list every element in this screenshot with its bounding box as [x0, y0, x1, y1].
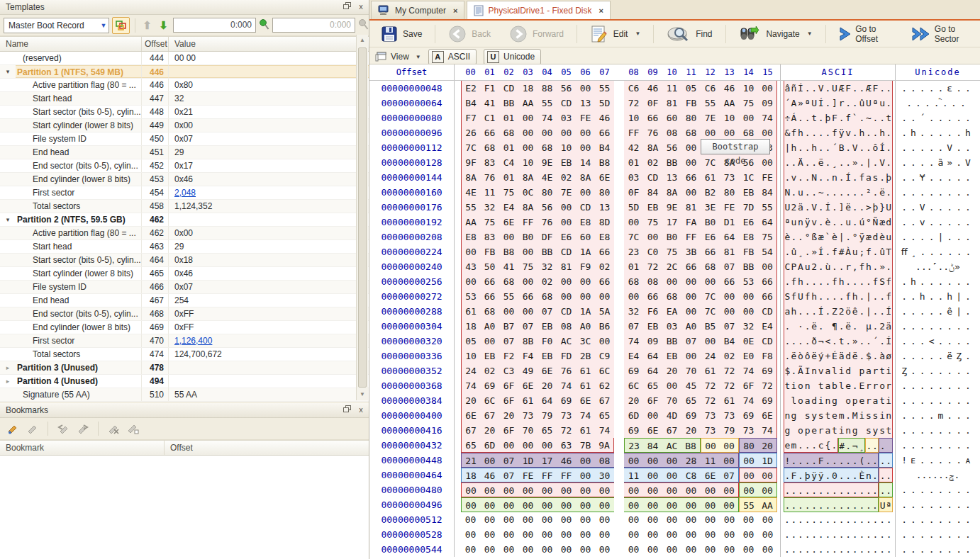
hex-byte[interactable]: EB	[538, 319, 557, 334]
hex-byte[interactable]: B5	[701, 319, 720, 334]
hex-byte[interactable]: 68	[480, 140, 499, 155]
hex-byte[interactable]: 69	[758, 363, 777, 378]
ascii-char[interactable]: h	[859, 125, 866, 140]
hex-byte[interactable]: E6	[739, 215, 758, 230]
ascii-char[interactable]: .	[791, 482, 798, 497]
ascii-char[interactable]: Z	[831, 304, 838, 319]
hex-byte[interactable]: 01	[499, 111, 518, 125]
hex-byte[interactable]: 80	[595, 185, 614, 200]
hex-byte[interactable]: 00	[720, 497, 739, 512]
ascii-char[interactable]: .	[872, 497, 879, 512]
hex-byte[interactable]: 55	[758, 200, 777, 215]
ascii-char[interactable]: {	[825, 438, 832, 453]
ascii-char[interactable]: .	[838, 185, 845, 200]
ascii-char[interactable]: r	[865, 378, 872, 393]
hex-byte[interactable]: 76	[557, 363, 576, 378]
hex-byte[interactable]: 61	[701, 363, 720, 378]
ascii-char[interactable]: F	[818, 453, 825, 468]
template-offset-input-2[interactable]: 0:000	[272, 18, 355, 33]
ascii-char[interactable]: .	[845, 334, 852, 349]
ascii-char[interactable]	[784, 393, 791, 408]
ascii-char[interactable]: |	[865, 289, 872, 304]
hex-byte[interactable]: 74	[576, 408, 595, 423]
ascii-char[interactable]	[811, 378, 818, 393]
hex-byte[interactable]: C9	[595, 349, 614, 363]
ascii-char[interactable]: .	[811, 542, 818, 557]
hex-byte[interactable]: 9E	[538, 155, 557, 170]
hex-byte[interactable]: 00	[624, 215, 643, 230]
ascii-char[interactable]: .	[831, 527, 838, 542]
ascii-char[interactable]: o	[797, 393, 804, 408]
ascii-char[interactable]: i	[859, 408, 866, 423]
hex-byte[interactable]: 10	[720, 111, 739, 125]
ascii-char[interactable]: .	[845, 453, 852, 468]
ascii-char[interactable]: .	[831, 482, 838, 497]
ascii-char[interactable]: .	[872, 453, 879, 468]
hex-byte[interactable]: 00	[518, 244, 538, 259]
ascii-char[interactable]	[886, 438, 893, 453]
hex-byte[interactable]: 55	[538, 96, 557, 111]
ascii-char[interactable]: r	[872, 363, 879, 378]
hex-byte[interactable]: B7	[499, 319, 518, 334]
ascii-char[interactable]: .	[852, 512, 859, 527]
ascii-char[interactable]: N	[784, 185, 791, 200]
hex-byte[interactable]: 00	[643, 497, 662, 512]
hex-byte[interactable]: EB	[643, 319, 662, 334]
template-row[interactable]: (reserved)44400 00	[0, 52, 369, 65]
ascii-char[interactable]: i	[818, 393, 825, 408]
ascii-char[interactable]: .	[845, 408, 852, 423]
ascii-char[interactable]: ø	[886, 349, 893, 363]
hex-byte[interactable]: 6E	[595, 170, 614, 185]
ascii-char[interactable]: ÿ	[811, 468, 818, 482]
hex-byte[interactable]: 8A	[643, 140, 662, 155]
hex-byte[interactable]: 6F	[739, 378, 758, 393]
ascii-char[interactable]: p	[804, 423, 811, 438]
ascii-char[interactable]: u	[886, 230, 893, 244]
ascii-char[interactable]: .	[852, 215, 859, 230]
hex-byte[interactable]: 00	[576, 453, 595, 468]
hex-byte[interactable]: 00	[576, 482, 595, 497]
hex-byte[interactable]: E8	[461, 230, 480, 244]
ascii-char[interactable]: .	[811, 512, 818, 527]
ascii-char[interactable]: .	[811, 304, 818, 319]
ascii-char[interactable]: N	[811, 170, 818, 185]
pin-disabled-icon[interactable]	[358, 18, 369, 32]
ascii-char[interactable]: a	[825, 423, 832, 438]
hex-byte[interactable]: 00	[681, 527, 701, 542]
hex-byte[interactable]: B8	[681, 438, 701, 453]
hex-byte[interactable]: 61	[518, 393, 538, 408]
hex-byte[interactable]: 83	[480, 230, 499, 244]
hex-byte[interactable]: 68	[499, 274, 518, 289]
ascii-char[interactable]: #	[838, 244, 845, 259]
ascii-char[interactable]: .	[872, 125, 879, 140]
back-button[interactable]: Back	[442, 23, 496, 45]
hex-byte[interactable]: 55	[499, 289, 518, 304]
ascii-char[interactable]: h	[811, 140, 818, 155]
ascii-char[interactable]: .	[825, 170, 832, 185]
ascii-char[interactable]: h	[791, 304, 798, 319]
ascii-char[interactable]: À	[845, 244, 852, 259]
hex-byte[interactable]: 09	[758, 96, 777, 111]
ascii-char[interactable]: v	[845, 125, 852, 140]
hex-byte[interactable]: 00	[662, 378, 681, 393]
ascii-char[interactable]: o	[845, 393, 852, 408]
ascii-char[interactable]: .	[886, 155, 893, 170]
hex-byte[interactable]: 64	[720, 230, 739, 244]
ascii-char[interactable]: p	[852, 393, 859, 408]
ascii-char[interactable]: ð	[811, 334, 818, 349]
hex-byte[interactable]: 00	[720, 512, 739, 527]
ascii-char[interactable]: .	[886, 482, 893, 497]
hex-byte[interactable]: 00	[643, 468, 662, 482]
ascii-char[interactable]: e	[859, 393, 866, 408]
hex-byte[interactable]: 00	[758, 527, 777, 542]
ascii-char[interactable]: f	[872, 274, 879, 289]
ascii-char[interactable]: .	[852, 274, 859, 289]
template-row[interactable]: File system ID4500x07	[0, 132, 369, 146]
hex-byte[interactable]: 00	[518, 512, 538, 527]
ascii-char[interactable]: .	[872, 542, 879, 557]
hex-byte[interactable]: E0	[739, 349, 758, 363]
ascii-char[interactable]: .	[879, 304, 886, 319]
ascii-char[interactable]: .	[865, 438, 872, 453]
goto-sector-button[interactable]: Go to Sector	[906, 22, 980, 46]
hex-byte[interactable]: 0C	[518, 185, 538, 200]
